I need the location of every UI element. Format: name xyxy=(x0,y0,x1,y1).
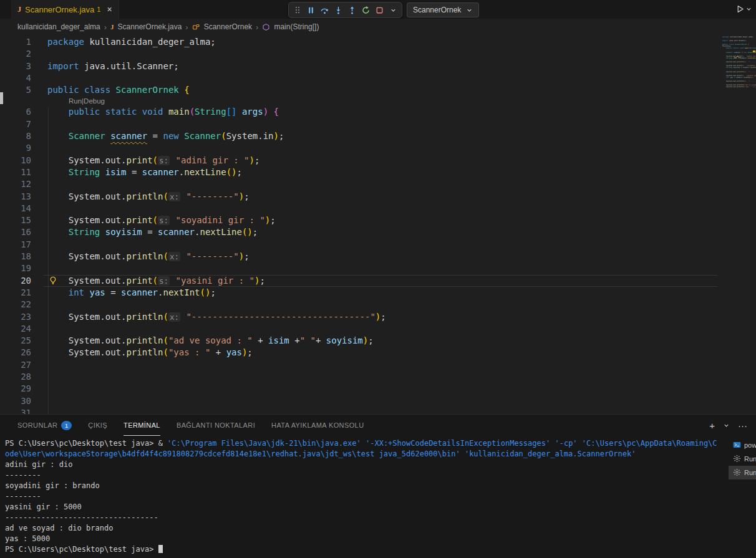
terminal-list-item[interactable]: Run xyxy=(729,452,756,466)
grip-icon[interactable] xyxy=(291,3,304,17)
terminal-list-item[interactable]: pow xyxy=(729,438,756,452)
code-line: 15 System.out.print(s: "soyadini gir : "… xyxy=(0,214,756,226)
token: = xyxy=(147,131,163,141)
token: -------- xyxy=(5,492,41,501)
token xyxy=(47,287,69,297)
panel-tab--iki-[interactable]: ÇIKIŞ xyxy=(88,415,107,436)
code-line: 31 xyxy=(0,407,756,414)
token xyxy=(578,439,582,448)
code-text: package kullanicidan_deger_alma; xyxy=(31,36,216,48)
terminal[interactable]: PS C:\Users\pc\Desktop\test java> & 'C:\… xyxy=(5,438,727,558)
token: x: xyxy=(168,252,180,261)
line-number: 30 xyxy=(0,395,31,407)
code-line: 21 int yas = scanner.nextInt(); xyxy=(0,287,756,299)
chevron-down-icon[interactable] xyxy=(387,3,400,17)
code-text xyxy=(31,371,47,383)
token: ) xyxy=(250,155,254,165)
panel-tab-sorunlar[interactable]: SORUNLAR1 xyxy=(17,415,72,436)
step-over-icon[interactable] xyxy=(318,3,331,17)
token: System.out. xyxy=(47,276,126,286)
token: x: xyxy=(168,192,180,201)
code-line: 28 xyxy=(0,371,756,383)
token: { xyxy=(274,107,279,117)
step-into-icon[interactable] xyxy=(332,3,345,17)
token xyxy=(47,167,69,177)
token: args xyxy=(242,107,263,117)
codelens-debug-link[interactable]: Debug xyxy=(84,97,105,105)
token xyxy=(100,167,105,177)
code-text xyxy=(31,142,47,154)
terminal-list-item[interactable]: Run xyxy=(729,466,756,479)
codelens-run-link[interactable]: Run xyxy=(69,97,82,105)
tab-bar: J ScannerOrnek.java 1 × ScannerOrnek xyxy=(0,0,756,19)
token: ; xyxy=(237,167,242,177)
code-text xyxy=(31,239,47,251)
code-text xyxy=(31,262,47,274)
method-icon xyxy=(262,23,270,31)
code-text xyxy=(31,72,47,84)
step-out-icon[interactable] xyxy=(346,3,359,17)
code-line: 24 xyxy=(0,323,756,335)
panel-tab-label: SORUNLAR xyxy=(17,421,57,429)
code-line: 1package kullanicidan_deger_alma; xyxy=(0,36,756,48)
code-text xyxy=(31,299,47,310)
editor-tab[interactable]: J ScannerOrnek.java 1 × xyxy=(11,0,119,19)
code-text: public class ScannerOrnek { xyxy=(31,84,190,96)
code-text: String soyisim = scanner.nextLine(); xyxy=(31,226,258,238)
chevron-down-icon[interactable] xyxy=(723,422,730,429)
minimap[interactable]: 1package kullanicidan_deger_alma;23impor… xyxy=(720,36,756,147)
new-terminal-icon[interactable]: + xyxy=(709,420,715,431)
breadcrumb-file[interactable]: ScannerOrnek.java xyxy=(118,22,182,31)
token: 'kullanicidan_deger_alma.ScannerOrnek' xyxy=(465,450,636,458)
token: public xyxy=(69,107,100,117)
token: { xyxy=(184,85,189,95)
debug-config-select[interactable]: ScannerOrnek xyxy=(407,2,479,17)
token: ( xyxy=(163,347,168,357)
token: ( xyxy=(153,276,158,286)
token xyxy=(361,439,366,448)
token: ; xyxy=(210,287,215,297)
line-number: 16 xyxy=(0,226,31,238)
panel-tab-ba-lanti-noktalari[interactable]: BAĞLANTI NOKTALARI xyxy=(177,415,255,436)
token: java.util.Scanner; xyxy=(79,61,179,71)
gear-icon xyxy=(733,468,741,478)
token: "ad ve soyad : " xyxy=(168,335,253,345)
close-icon[interactable]: × xyxy=(107,4,112,14)
chevron-down-icon xyxy=(466,7,473,14)
code-line: 18 System.out.println(x: "--------"); xyxy=(0,251,756,262)
token: import xyxy=(47,61,79,71)
token: ; xyxy=(254,155,259,165)
more-actions-icon[interactable]: ··· xyxy=(738,420,747,431)
token: ) xyxy=(239,251,244,261)
token: String xyxy=(69,227,100,237)
token: PS C:\Users\pc\Desktop\test java> xyxy=(5,439,158,448)
line-number: 19 xyxy=(0,262,31,274)
token: ode\User\workspaceStorage\b4dfd4f4c89180… xyxy=(5,450,460,458)
line-number: 25 xyxy=(0,335,31,347)
run-button[interactable] xyxy=(735,4,752,14)
token: "--------" xyxy=(186,251,238,261)
token: isim xyxy=(268,335,289,345)
token: PS C:\Users\pc\Desktop\test java> xyxy=(5,545,158,554)
token: adini gir : dio xyxy=(5,460,72,469)
token xyxy=(137,107,142,117)
breadcrumb-folder[interactable]: kullanicidan_deger_alma xyxy=(17,22,100,31)
token: 'C:\Users\pc\AppData\Roaming\C xyxy=(582,439,717,448)
pause-icon[interactable] xyxy=(304,3,317,17)
token: () xyxy=(200,287,211,297)
panel-header: SORUNLAR1ÇIKIŞTERMİNALBAĞLANTI NOKTALARI… xyxy=(0,415,756,436)
breadcrumb-class[interactable]: ScannerOrnek xyxy=(204,22,252,31)
code-line: 12 xyxy=(0,178,756,190)
token: 'C:\Program Files\Java\jdk-21\bin\java.e… xyxy=(167,439,361,448)
restart-icon[interactable] xyxy=(359,3,372,17)
token: System.out. xyxy=(47,251,126,261)
stop-icon[interactable] xyxy=(373,3,386,17)
code-area[interactable]: 1package kullanicidan_deger_alma;23impor… xyxy=(0,35,756,414)
breadcrumb-separator: › xyxy=(185,22,188,32)
panel-tab-hata-ayiklama-konsolu[interactable]: HATA AYIKLAMA KONSOLU xyxy=(271,415,364,436)
breadcrumb-method[interactable]: main(String[]) xyxy=(274,22,319,31)
token: . xyxy=(179,167,184,177)
token: System.out. xyxy=(47,335,126,345)
panel-tab-termi-nal[interactable]: TERMİNAL xyxy=(124,415,160,436)
token: () xyxy=(226,167,237,177)
